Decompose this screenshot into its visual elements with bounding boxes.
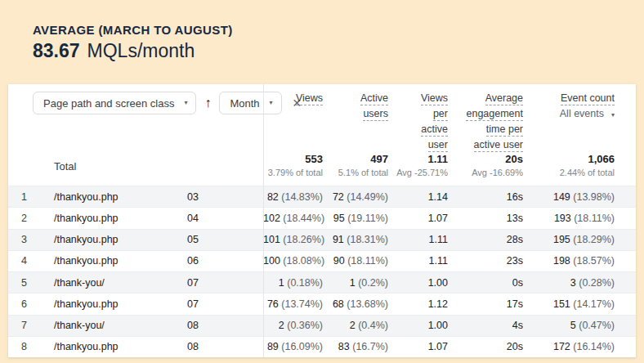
event-count-cell: 198 (18.57%) <box>523 255 615 267</box>
metric-percent: (18.29%) <box>570 234 615 245</box>
report-metric: 83.67MQLs/month <box>33 41 233 61</box>
totals-row: Total 5533.79% of total4975.1% of total1… <box>8 147 636 186</box>
column-header-text: engagement <box>466 108 523 121</box>
dimension-dropdown-label: Page path and screen class <box>43 97 174 110</box>
page-path-cell: /thank-you/ <box>54 320 176 331</box>
month-cell: 03 <box>176 191 263 203</box>
views-cell: 89 (16.09%) <box>263 341 323 352</box>
page-path-cell: /thankyou.php <box>54 255 176 267</box>
page-path-cell: /thankyou.php <box>54 341 176 352</box>
table-row[interactable]: 2/thankyou.php04102 (18.44%)95 (19.11%)1… <box>8 207 636 228</box>
metric-percent: (13.68%) <box>344 298 388 310</box>
views-per-active-user-cell: 1.07 <box>388 341 448 352</box>
row-index: 1 <box>21 191 41 203</box>
total-value: 1,066 <box>523 153 615 165</box>
page-path-cell: /thankyou.php <box>54 234 176 245</box>
metric-value: 149 <box>553 191 570 203</box>
table-row[interactable]: 3/thankyou.php05101 (18.26%)91 (18.31%)1… <box>8 229 636 250</box>
column-header-line: active <box>388 123 448 136</box>
column-header-event-count[interactable]: Event countAll events▾ <box>523 84 615 155</box>
metric-percent: (19.11%) <box>345 213 388 224</box>
month-cell: 07 <box>176 298 263 310</box>
active-users-cell: 2 (0.4%) <box>323 320 388 331</box>
month-cell: 05 <box>176 234 263 245</box>
metric-value: 72 <box>333 191 344 203</box>
metric-percent: (14.83%) <box>279 191 323 203</box>
total-value: 1.11 <box>388 153 448 165</box>
views-cell: 82 (14.83%) <box>263 191 323 203</box>
column-header-text: per <box>433 108 448 121</box>
metric-percent: (18.44%) <box>280 213 324 224</box>
metric-value: 102 <box>263 213 280 224</box>
table-row[interactable]: 4/thankyou.php06100 (18.08%)90 (18.11%)1… <box>8 250 636 271</box>
active-users-cell: 95 (19.11%) <box>323 213 388 224</box>
page-path-cell: /thank-you/ <box>54 277 176 289</box>
column-header-active-users[interactable]: Activeusers <box>323 84 388 155</box>
metric-percent: (0.2%) <box>356 277 388 289</box>
active-users-cell: 83 (16.7%) <box>323 341 388 352</box>
dimension-dropdown[interactable]: Page path and screen class ▾ <box>33 92 196 114</box>
month-cell: 07 <box>176 277 263 289</box>
dimension-toolbar: Page path and screen class ▾ ↑ Month ▾ ✕ <box>8 84 263 114</box>
metric-value: 0s <box>512 277 523 289</box>
table-row[interactable]: 5/thank-you/071 (0.18%)1 (0.2%)1.000s3 (… <box>8 271 636 293</box>
metric-percent: (0.18%) <box>284 277 323 289</box>
metric-percent: (14.17%) <box>570 298 615 310</box>
metric-value: 2 <box>350 320 356 331</box>
metric-percent: (16.14%) <box>570 341 615 352</box>
column-header-avg-engagement-time[interactable]: Averageengagementtime peractive user <box>448 84 523 155</box>
column-header-text: users <box>363 108 388 121</box>
views-per-active-user-cell: 1.11 <box>388 255 448 267</box>
metric-percent: (13.74%) <box>279 298 323 310</box>
active-users-cell: 1 (0.2%) <box>323 277 388 289</box>
views-cell: 1 (0.18%) <box>263 277 323 289</box>
metric-percent: (16.7%) <box>350 341 388 352</box>
metric-value: 172 <box>553 341 570 352</box>
table-row[interactable]: 7/thank-you/082 (0.36%)2 (0.4%)1.004s5 (… <box>8 315 636 336</box>
row-index: 6 <box>21 298 41 310</box>
avg-engagement-time-cell: 28s <box>448 234 523 245</box>
metric-percent: (0.47%) <box>576 320 615 331</box>
views-per-active-user-cell: 1.00 <box>388 320 448 331</box>
metric-value: 1.00 <box>428 277 448 289</box>
column-header-line: per <box>388 108 448 120</box>
column-header-text: Active <box>360 92 388 105</box>
column-header-text: active <box>421 123 448 137</box>
avg-engagement-time-cell: 16s <box>448 191 523 203</box>
metric-percent: (16.09%) <box>279 341 323 352</box>
sort-ascending-icon[interactable]: ↑ <box>203 96 212 110</box>
views-cell: 76 (13.74%) <box>263 298 323 310</box>
column-header-line: Views <box>263 92 323 105</box>
column-header-text: Event count <box>561 92 615 105</box>
metric-value: 76 <box>267 298 279 310</box>
row-index: 3 <box>21 234 41 245</box>
page: AVERAGE (MARCH TO AUGUST) 83.67MQLs/mont… <box>0 0 644 363</box>
column-header-views-per-active-user[interactable]: Viewsperactiveuser <box>388 84 448 155</box>
metric-value: 1.07 <box>428 341 448 352</box>
active-users-cell: 90 (18.11%) <box>323 255 388 267</box>
metric-value: 100 <box>263 255 280 267</box>
table-row[interactable]: 1/thankyou.php0382 (14.83%)72 (14.49%)1.… <box>8 186 636 207</box>
column-header-views[interactable]: Views <box>263 84 323 155</box>
event-type-dropdown[interactable]: All events▾ <box>523 108 615 120</box>
metric-percent: (0.4%) <box>356 320 388 331</box>
total-avg-engagement-time: 20sAvg -16.69% <box>448 147 523 186</box>
table-body: 1/thankyou.php0382 (14.83%)72 (14.49%)1.… <box>8 186 636 357</box>
avg-engagement-time-cell: 0s <box>448 277 523 289</box>
metric-percent: (18.11%) <box>571 213 615 224</box>
metric-value: 193 <box>554 213 571 224</box>
event-type-label: All events <box>560 108 604 119</box>
metric-percent: (0.28%) <box>576 277 615 289</box>
views-per-active-user-cell: 1.14 <box>388 191 448 203</box>
table-row[interactable]: 8/thankyou.php0889 (16.09%)83 (16.7%)1.0… <box>8 336 636 357</box>
views-per-active-user-cell: 1.12 <box>388 298 448 310</box>
metric-value: 68 <box>333 298 344 310</box>
row-index: 4 <box>21 255 41 267</box>
metric-value: 23s <box>507 255 523 267</box>
report-subtitle: AVERAGE (MARCH TO AUGUST) <box>33 23 233 37</box>
metric-value: 1 <box>350 277 356 289</box>
column-header-line: Views <box>388 92 448 105</box>
metric-value: 83.67 <box>33 40 80 61</box>
table-row[interactable]: 6/thankyou.php0776 (13.74%)68 (13.68%)1.… <box>8 293 636 314</box>
metric-value: 1.12 <box>428 298 448 310</box>
